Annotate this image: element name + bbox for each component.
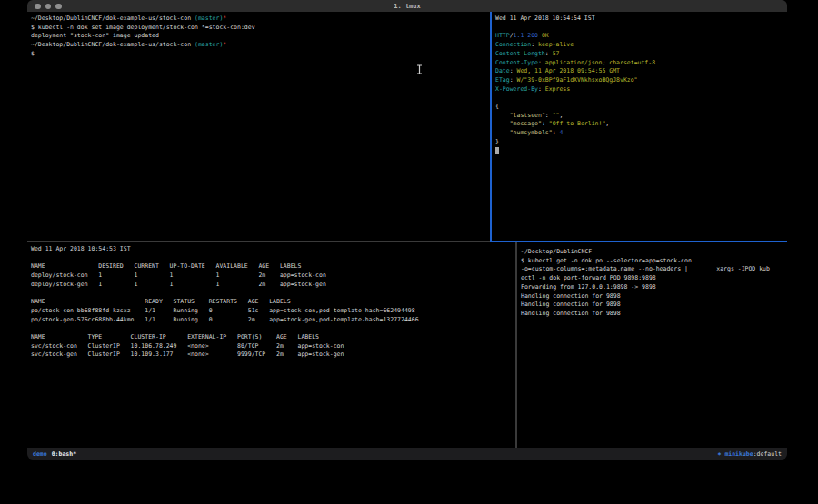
json-sep: : (542, 120, 549, 127)
json-key: "numsymbols" (510, 129, 553, 136)
json-sep: : (545, 112, 553, 119)
json-value: 4 (559, 129, 563, 136)
blank-line (495, 24, 787, 33)
prompt-line: ~/Desktop/DublinCNCF/dok-example-us/stoc… (31, 15, 490, 24)
json-comma: , (605, 120, 609, 127)
terminal-cursor (495, 147, 499, 154)
services-table: NAME TYPE CLUSTER-IP EXTERNAL-IP PORT(S)… (31, 333, 515, 360)
json-value: "Off to Berlin!" (549, 120, 606, 127)
mouse-cursor-ibeam (416, 64, 423, 74)
git-branch: (master) (195, 15, 223, 22)
header-key: Date (495, 67, 510, 74)
header-key: Connection (495, 41, 531, 48)
terminal-line: Handling connection for 9898 (521, 301, 787, 310)
pane-top-right[interactable]: Wed 11 Apr 2018 10:54:54 IST HTTP/1.1 20… (492, 12, 787, 241)
json-key: "message" (510, 120, 542, 127)
terminal-line: Handling connection for 9898 (521, 292, 787, 301)
pane-bottom-left[interactable]: Wed 11 Apr 2018 10:54:53 IST NAME DESIRE… (27, 242, 515, 448)
json-entry: "message": "Off to Berlin!", (495, 120, 787, 129)
terminal-line: ectl -n dok port-forward POD 9898:9898 (521, 274, 787, 283)
http-header: Connection: keep-alive (495, 41, 787, 50)
header-value: keep-alive (538, 41, 574, 48)
status-right: ⎈ minikube:default (718, 450, 782, 458)
header-sep: : (538, 59, 545, 66)
terminal-line: Forwarding from 127.0.0.1:9898 -> 9898 (521, 283, 787, 292)
http-protocol: HTTP (495, 32, 510, 39)
json-entry: "lastseen": "", (495, 112, 787, 121)
window-titlebar[interactable]: 1. tmux (27, 0, 787, 12)
header-key: X-Powered-By (495, 85, 538, 93)
terminal-window: 1. tmux ~/Desktop/DublinCNCF/dok-example… (27, 0, 787, 460)
command-output: deployment "stock-con" image updated (31, 32, 490, 41)
prompt-path: ~/Desktop/DublinCNCF/dok-example-us/stoc… (31, 41, 195, 48)
header-key: Content-Type (495, 59, 538, 66)
terminal-body: ~/Desktop/DublinCNCF/dok-example-us/stoc… (27, 12, 787, 448)
pane-date: Wed 11 Apr 2018 10:54:53 IST (31, 245, 515, 254)
terminal-line: $ kubectl get -n dok po --selector=app=s… (521, 257, 787, 266)
git-dirty-flag: * (223, 15, 226, 22)
pods-table: NAME READY STATUS RESTARTS AGE LABELS po… (31, 298, 515, 324)
terminal-line: -o=custom-columns=:metadata.name --no-he… (521, 265, 787, 274)
json-entry: "numsymbols": 4 (495, 129, 787, 138)
header-value: W/"39-0xBPf9aF1dXVNkhsxoBQgJ8vKzo" (516, 76, 637, 84)
blank-line (495, 94, 787, 103)
kube-namespace: :default (753, 450, 782, 458)
pane-top-left[interactable]: ~/Desktop/DublinCNCF/dok-example-us/stoc… (27, 12, 490, 241)
window-title: 1. tmux (27, 3, 787, 10)
http-header: Content-Type: application/json; charset=… (495, 59, 787, 68)
command-line: $ kubectl -n dok set image deployment/st… (31, 24, 490, 33)
session-name: demo (33, 450, 47, 458)
terminal-line: Handling connection for 9898 (521, 310, 787, 319)
window-tab[interactable]: 0:bash* (52, 450, 76, 458)
header-value: application/json; charset=utf-8 (545, 59, 655, 66)
header-sep: : (538, 85, 545, 93)
http-header: Date: Wed, 11 Apr 2018 09:54:55 GMT (495, 67, 787, 76)
header-value: Express (545, 85, 570, 93)
http-version-code: 1.1 200 (514, 32, 542, 39)
json-key: "lastseen" (510, 112, 545, 119)
http-header: X-Powered-By: Express (495, 85, 787, 94)
kube-context: minikube (724, 450, 753, 458)
json-indent (495, 112, 510, 119)
header-key: Content-Length (495, 50, 545, 57)
http-reason: OK (542, 32, 549, 39)
git-branch: (master) (195, 41, 223, 48)
prompt-line: ~/Desktop/DublinCNCF/dok-example-us/stoc… (31, 41, 490, 50)
pane-bottom-right[interactable]: ~/Desktop/DublinCNCF$ kubectl get -n dok… (517, 242, 787, 448)
header-sep: : (545, 50, 553, 57)
prompt-symbol: $ (31, 50, 490, 59)
git-dirty-flag: * (223, 41, 226, 48)
tmux-status-bar: demo 0:bash* ⎈ minikube:default (27, 448, 787, 460)
json-open-brace: { (495, 103, 787, 112)
json-comma: , (559, 112, 563, 119)
http-status-line: HTTP/1.1 200 OK (495, 32, 787, 41)
json-indent (495, 129, 510, 136)
header-value: 57 (553, 50, 560, 57)
deployments-table: NAME DESIRED CURRENT UP-TO-DATE AVAILABL… (31, 262, 515, 289)
terminal-line: ~/Desktop/DublinCNCF (521, 248, 787, 257)
http-header: Content-Length: 57 (495, 50, 787, 59)
pane-date: Wed 11 Apr 2018 10:54:54 IST (495, 15, 787, 24)
json-indent (495, 120, 510, 127)
http-header: ETag: W/"39-0xBPf9aF1dXVNkhsxoBQgJ8vKzo" (495, 76, 787, 85)
header-sep: : (531, 41, 538, 48)
cursor-line (495, 147, 787, 156)
prompt-path: ~/Desktop/DublinCNCF/dok-example-us/stoc… (31, 15, 195, 22)
header-key: ETag (495, 76, 510, 84)
json-close-brace: } (495, 138, 787, 147)
header-value: Wed, 11 Apr 2018 09:54:55 GMT (516, 67, 620, 74)
